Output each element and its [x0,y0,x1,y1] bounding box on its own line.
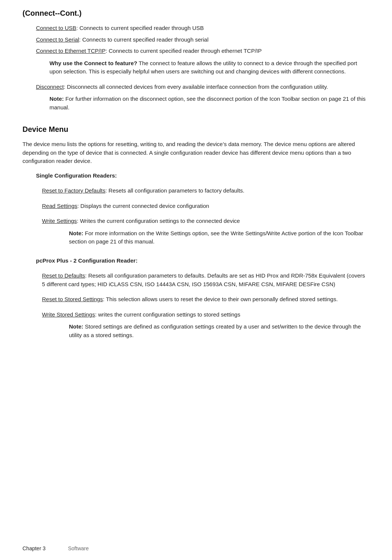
list-item: Reset to Factory Defaults: Resets all co… [42,187,370,195]
pcprox-items: Reset to Defaults: Resets all configurat… [42,272,370,339]
single-config-items: Reset to Factory Defaults: Resets all co… [42,187,370,246]
reset-stored-text: : This selection allows users to reset t… [103,296,338,302]
connect-serial-text: : Connects to current specified reader t… [79,36,208,43]
pcprox-title: pcProx Plus - 2 Configuration Reader: [36,257,370,265]
connect-usb-label: Connect to USB [36,25,76,31]
connect-serial-label: Connect to Serial [36,36,79,43]
single-config-note-text: For more information on the Write Settin… [69,230,363,245]
list-item: Connect to Ethernet TCP/IP: Connects to … [36,47,370,55]
disconnect-item: Disconnect: Disconnects all connected de… [36,83,370,91]
disconnect-note-bold: Note: [49,96,64,102]
connect-items-list: Connect to USB: Connects to current spec… [36,24,370,55]
reset-factory-text: : Resets all configuration parameters to… [105,187,244,194]
device-menu-section: Device Menu The device menu lists the op… [22,124,370,166]
single-config-note-bold: Note: [69,230,83,236]
list-item: Write Stored Settings: writes the curren… [42,311,370,319]
footer-chapter: Chapter 3 [22,545,45,553]
pcprox-note-text: Stored settings are defined as configura… [69,323,361,338]
write-settings-text: : Writes the current configuration setti… [77,218,240,224]
reset-factory-label: Reset to Factory Defaults [42,187,105,194]
reset-defaults-text: : Resets all configuration parameters to… [42,272,365,287]
why-block: Why use the Connect to feature? The conn… [49,59,370,76]
disconnect-text: : Disconnects all connected devices from… [64,84,328,90]
list-item: Write Settings: Writes the current confi… [42,217,370,225]
reset-defaults-label: Reset to Defaults [42,272,85,279]
reset-stored-label: Reset to Stored Settings [42,296,103,302]
why-bold: Why use the Connect to feature? [49,60,137,66]
disconnect-note-text: For further information on the disconnec… [49,96,366,111]
write-stored-text: : writes the current configuration setti… [95,311,240,318]
list-item: Connect to Serial: Connects to current s… [36,36,370,44]
connect-ethernet-label: Connect to Ethernet TCP/IP [36,48,106,54]
write-settings-label: Write Settings [42,218,77,224]
list-item: Read Settings: Displays the current conn… [42,202,370,211]
pcprox-note-block: Note: Stored settings are defined as con… [69,323,370,339]
list-item: Connect to USB: Connects to current spec… [36,24,370,33]
single-config-title: Single Configuration Readers: [36,172,370,180]
read-settings-text: : Displays the current connected device … [77,203,209,209]
list-item: Reset to Stored Settings: This selection… [42,295,370,304]
footer-section: Software [68,545,88,553]
connect-ethernet-text: : Connects to current specified reader t… [106,48,262,54]
device-menu-title: Device Menu [22,124,370,135]
list-item: Reset to Defaults: Resets all configurat… [42,272,370,288]
page-container: (Connect--Cont.) Connect to USB: Connect… [22,7,370,339]
read-settings-label: Read Settings [42,203,77,209]
disconnect-note-block: Note: For further information on the dis… [49,95,370,112]
write-stored-label: Write Stored Settings [42,311,95,318]
connect-usb-text: : Connects to current specified reader t… [76,25,204,31]
footer: Chapter 3 Software [22,545,370,553]
single-config-note-block: Note: For more information on the Write … [69,229,370,246]
page-title: (Connect--Cont.) [22,7,370,19]
device-menu-intro: The device menu lists the options for re… [22,140,370,166]
pcprox-note-bold: Note: [69,323,83,330]
disconnect-label: Disconnect [36,84,64,90]
